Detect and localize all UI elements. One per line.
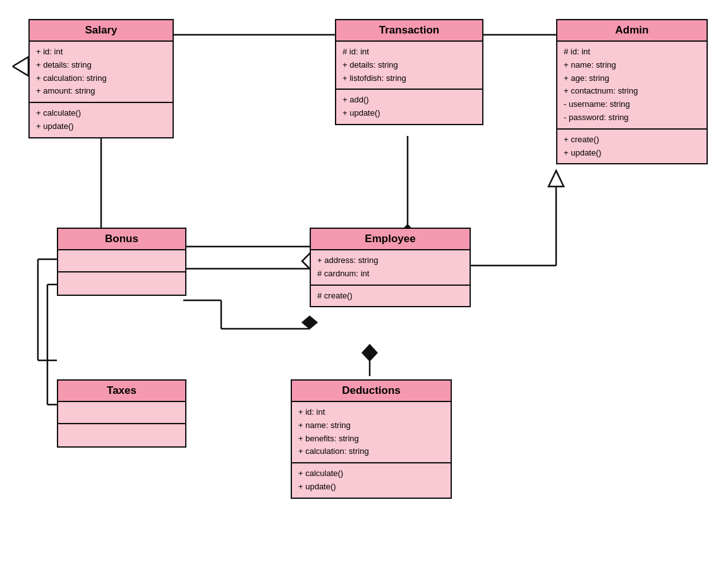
transaction-methods: + add() + update()	[336, 90, 482, 124]
salary-title: Salary	[30, 20, 173, 42]
employee-methods: # create()	[311, 286, 470, 307]
transaction-class: Transaction # id: int + details: string …	[335, 19, 483, 125]
taxes-attrs	[58, 402, 185, 424]
deductions-attrs: + id: int + name: string + benefits: str…	[292, 402, 451, 463]
taxes-class: Taxes	[57, 379, 186, 448]
deductions-class: Deductions + id: int + name: string + be…	[291, 379, 452, 499]
admin-methods: + create() + update()	[557, 130, 707, 164]
salary-class: Salary + id: int + details: string + cal…	[28, 19, 174, 138]
bonus-methods	[58, 272, 185, 295]
bonus-class: Bonus	[57, 228, 186, 296]
employee-title: Employee	[311, 229, 470, 250]
transaction-title: Transaction	[336, 20, 482, 42]
transaction-attrs: # id: int + details: string + listofdish…	[336, 42, 482, 90]
salary-attrs: + id: int + details: string + calculatio…	[30, 42, 173, 103]
bonus-attrs	[58, 250, 185, 272]
taxes-title: Taxes	[58, 381, 185, 402]
employee-attrs: + address: string # cardnum: int	[311, 250, 470, 286]
employee-class: Employee + address: string # cardnum: in…	[310, 228, 471, 307]
admin-title: Admin	[557, 20, 707, 42]
deductions-methods: + calculate() + update()	[292, 463, 451, 498]
admin-class: Admin # id: int + name: string + age: st…	[556, 19, 708, 164]
salary-methods: + calculate() + update()	[30, 103, 173, 137]
deductions-title: Deductions	[292, 381, 451, 402]
uml-diagram: Salary + id: int + details: string + cal…	[0, 0, 728, 569]
svg-marker-21	[362, 345, 377, 361]
svg-marker-13	[302, 316, 317, 329]
bonus-title: Bonus	[58, 229, 185, 250]
admin-attrs: # id: int + name: string + age: string +…	[557, 42, 707, 130]
taxes-methods	[58, 424, 185, 446]
svg-marker-7	[549, 171, 564, 187]
